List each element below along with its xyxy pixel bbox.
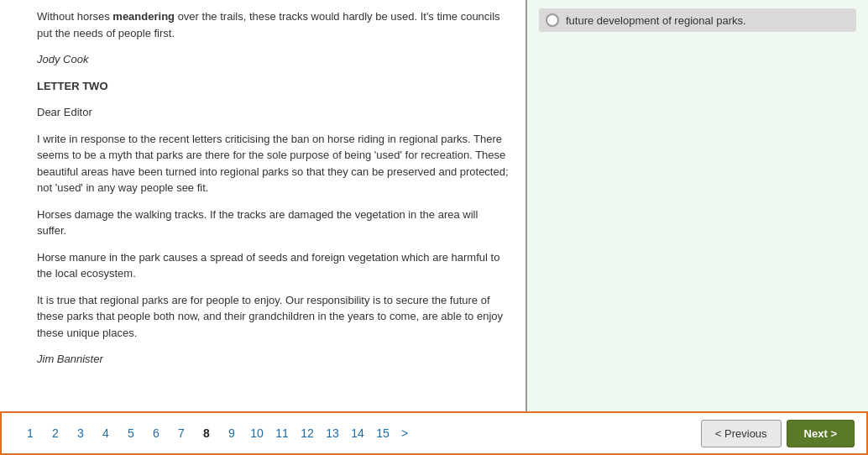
salutation: Dear Editor — [37, 104, 509, 121]
nav-buttons: < Previous Next > — [701, 420, 858, 447]
page-number-7[interactable]: 7 — [170, 423, 193, 443]
page-number-15[interactable]: 15 — [371, 423, 395, 443]
page-number-10[interactable]: 10 — [245, 423, 269, 443]
page-number-1[interactable]: 1 — [18, 423, 42, 443]
right-panel: future development of regional parks. — [527, 0, 868, 411]
main-area: Without horses meandering over the trail… — [0, 0, 868, 411]
page-number-11[interactable]: 11 — [270, 423, 294, 443]
radio-option-future-development[interactable]: future development of regional parks. — [539, 8, 856, 32]
page-number-2[interactable]: 2 — [44, 423, 67, 443]
letter2-salutation: Dear Editor — [37, 104, 509, 121]
letter1-closing-para: Without horses meandering over the trail… — [37, 8, 509, 41]
para2-3-text: Horse manure in the park causes a spread… — [37, 249, 509, 282]
page-number-13[interactable]: 13 — [321, 423, 344, 443]
previous-button[interactable]: < Previous — [701, 420, 782, 447]
author1-name: Jody Cook — [37, 51, 509, 68]
letter1-author: Jody Cook — [37, 51, 509, 68]
page-number-12[interactable]: 12 — [295, 423, 319, 443]
letter2-para4: It is true that regional parks are for p… — [37, 292, 509, 342]
radio-button-future-development[interactable] — [546, 13, 559, 27]
letter2-para1: I write in response to the recent letter… — [37, 131, 509, 196]
page-number-6[interactable]: 6 — [144, 423, 168, 443]
letter2-para3: Horse manure in the park causes a spread… — [37, 249, 509, 282]
pagination-bar: 123456789101112131415> — [10, 423, 701, 443]
para2-4-text: It is true that regional parks are for p… — [37, 292, 509, 342]
letter1-last-paragraph: Without horses meandering over the trail… — [37, 8, 509, 41]
page-number-4[interactable]: 4 — [94, 423, 118, 443]
page-number-14[interactable]: 14 — [346, 423, 369, 443]
letter2-heading-block: LETTER TWO — [37, 78, 509, 95]
page-number-9[interactable]: 9 — [220, 423, 243, 443]
page-number-3[interactable]: 3 — [69, 423, 92, 443]
page-number-5[interactable]: 5 — [119, 423, 143, 443]
letter2-para2: Horses damage the walking tracks. If the… — [37, 207, 509, 239]
radio-option-label: future development of regional parks. — [566, 14, 746, 27]
para2-2-text: Horses damage the walking tracks. If the… — [37, 207, 509, 239]
letter2-author: Jim Bannister — [37, 351, 509, 368]
pagination-footer: 123456789101112131415> < Previous Next > — [0, 411, 868, 455]
letter2-heading: LETTER TWO — [37, 78, 509, 95]
page-number-8[interactable]: 8 — [195, 423, 218, 443]
para2-1-text: I write in response to the recent letter… — [37, 131, 509, 196]
page-next-arrow[interactable]: > — [396, 426, 413, 440]
next-button[interactable]: Next > — [787, 420, 855, 447]
bold-meandering: meandering — [112, 10, 175, 23]
author2-name: Jim Bannister — [37, 351, 509, 368]
left-panel: Without horses meandering over the trail… — [0, 0, 527, 411]
